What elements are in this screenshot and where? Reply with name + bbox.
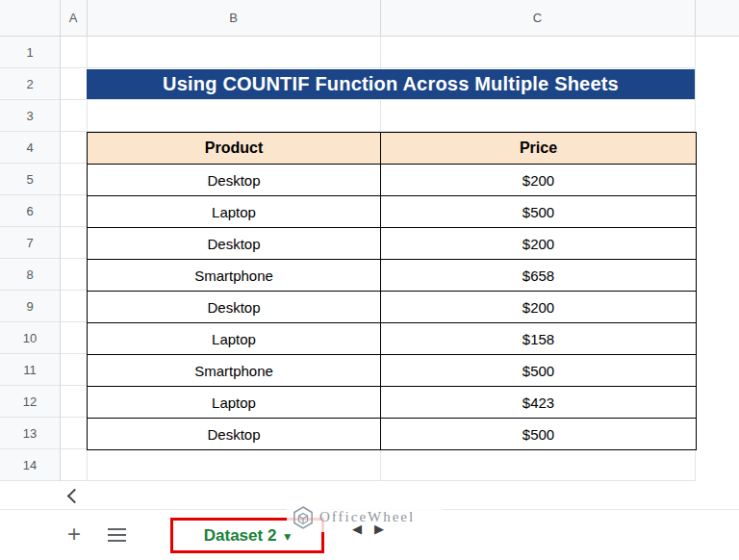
table-row: Laptop $158 [88, 323, 697, 355]
spreadsheet-window: A B C 1 2 3 4 5 6 7 8 9 10 11 12 13 14 U… [0, 0, 739, 560]
table-cell[interactable]: $200 [381, 292, 697, 323]
column-header-b[interactable]: B [87, 0, 380, 37]
table-cell[interactable]: $200 [381, 165, 697, 196]
table-cell[interactable]: Desktop [88, 292, 381, 323]
next-arrow-icon: ▶ [374, 522, 384, 536]
sheet-tab-dataset2[interactable]: Dataset 2 [204, 526, 277, 546]
table-cell[interactable]: $500 [381, 355, 697, 387]
all-sheets-menu-icon[interactable] [108, 528, 126, 546]
table-cell[interactable]: $423 [381, 387, 697, 419]
table-row: Laptop $423 [88, 387, 697, 419]
table-cell[interactable]: $500 [381, 196, 697, 228]
table-row: Desktop $200 [88, 292, 697, 323]
table-cell[interactable]: Desktop [88, 228, 381, 260]
table-row: Smartphone $500 [88, 355, 697, 387]
column-header-a[interactable]: A [60, 0, 87, 37]
table-cell[interactable]: $158 [381, 323, 697, 355]
sheet-title-cell[interactable]: Using COUNTIF Function Across Multiple S… [87, 69, 695, 99]
table-header-cell[interactable]: Price [381, 133, 697, 165]
grid-line [60, 37, 61, 481]
table-row: Desktop $500 [88, 419, 697, 450]
table-cell[interactable]: Laptop [88, 323, 381, 355]
table-cell[interactable]: Desktop [88, 419, 381, 450]
table-cell[interactable]: Laptop [88, 387, 381, 419]
table-cell[interactable]: $500 [381, 419, 697, 450]
table-row: Laptop $500 [88, 196, 697, 228]
table-row: Desktop $200 [88, 228, 697, 260]
table-cell[interactable]: Smartphone [88, 260, 381, 292]
table-cell[interactable]: Smartphone [88, 355, 381, 387]
table-row: Desktop $200 [88, 165, 697, 196]
data-table: Product Price Desktop $200 Laptop $500 D… [87, 132, 697, 450]
table-cell[interactable]: $658 [381, 260, 697, 292]
table-row: Smartphone $658 [88, 260, 697, 292]
table-header-row: Product Price [88, 133, 697, 165]
watermark: OfficeWheel [287, 502, 443, 532]
table-cell[interactable]: Laptop [88, 196, 381, 228]
column-header-c[interactable]: C [380, 0, 695, 37]
table-cell[interactable]: Desktop [88, 165, 381, 196]
table-header-cell[interactable]: Product [88, 133, 381, 165]
header-divider [695, 0, 696, 37]
add-sheet-button[interactable]: + [62, 520, 87, 548]
table-cell[interactable]: $200 [381, 228, 697, 260]
watermark-text: OfficeWheel [319, 509, 415, 525]
prev-arrow-icon: ◀ [352, 522, 362, 536]
scroll-left-icon[interactable] [67, 489, 83, 504]
officewheel-logo-icon [293, 506, 314, 529]
